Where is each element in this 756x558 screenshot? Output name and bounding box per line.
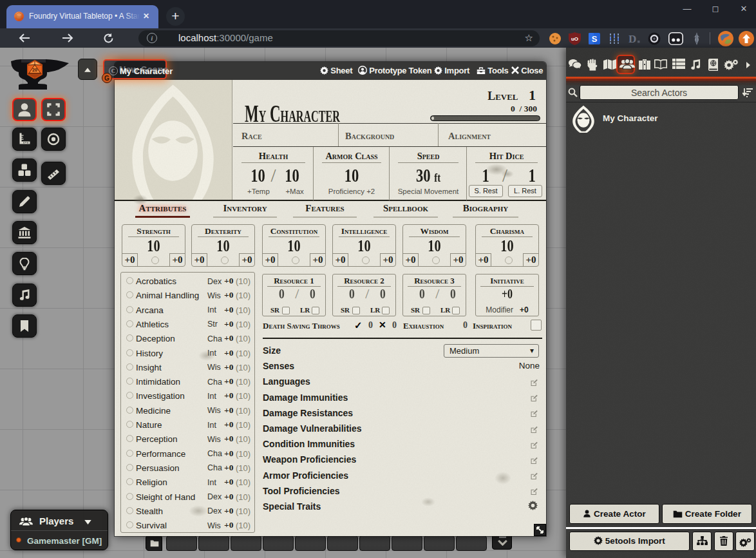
svg-text:20: 20 [32, 68, 37, 72]
svg-text:D: D [628, 33, 636, 45]
svg-text:uO: uO [571, 36, 578, 42]
svg-text:S: S [592, 34, 598, 44]
